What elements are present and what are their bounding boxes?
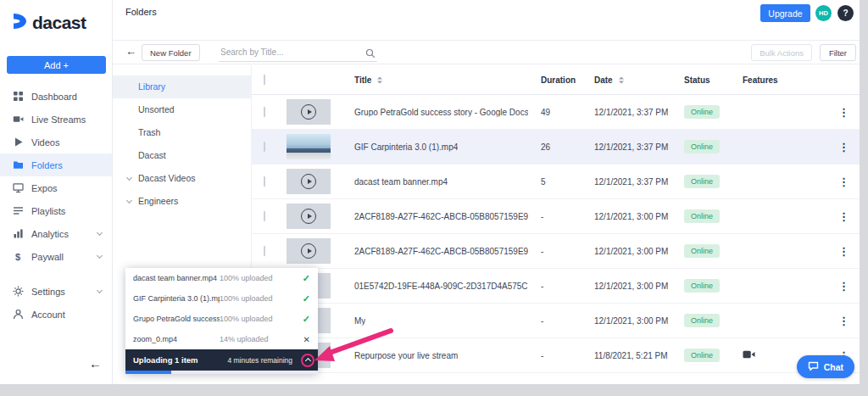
- sort-icon: [377, 76, 382, 83]
- row-menu-icon[interactable]: ⋮: [838, 245, 849, 258]
- video-title[interactable]: 2ACF8189-A27F-462C-ABCB-05B8057159E9 ...: [354, 247, 528, 256]
- row-checkbox[interactable]: [264, 246, 265, 257]
- new-folder-button[interactable]: New Folder: [142, 44, 200, 61]
- paywall-icon: $: [12, 252, 24, 262]
- status-badge: Online: [684, 209, 720, 223]
- column-label: Features: [743, 75, 778, 85]
- upload-item: zoom_0.mp4 14% uploaded ✕: [125, 329, 318, 349]
- upload-item: dacast team banner.mp4 100% uploaded ✓: [125, 268, 318, 288]
- sidebar-item-account[interactable]: Account: [0, 303, 112, 326]
- sidebar-item-settings[interactable]: Settings: [0, 280, 112, 303]
- analytics-icon: [12, 228, 24, 239]
- column-label: Date: [594, 75, 613, 85]
- upload-footer: Uploading 1 item 4 minutes remaining: [125, 349, 318, 371]
- chevron-down-icon: [97, 230, 103, 236]
- status-badge: Online: [684, 175, 720, 188]
- table-row: Grupo PetraGold success story - Google D…: [252, 95, 860, 130]
- column-header-title[interactable]: Title: [354, 75, 382, 85]
- row-menu-icon[interactable]: ⋮: [838, 106, 849, 119]
- video-title[interactable]: dacast team banner.mp4: [354, 177, 448, 187]
- screen: dacast Add + Dashboard Live Streams Vide…: [0, 0, 868, 396]
- live-streams-icon: [12, 114, 24, 125]
- sidebar-item-videos[interactable]: Videos: [0, 131, 112, 153]
- video-title[interactable]: Repurpose your live stream: [354, 351, 458, 360]
- row-checkbox[interactable]: [264, 211, 265, 222]
- tree-item-label: Library: [138, 81, 165, 92]
- row-menu-icon[interactable]: ⋮: [838, 210, 849, 223]
- playlists-icon: [12, 205, 24, 216]
- video-duration: -: [541, 351, 543, 360]
- video-title[interactable]: Grupo PetraGold success story - Google D…: [354, 108, 528, 117]
- select-all-checkbox[interactable]: [264, 75, 265, 86]
- help-icon[interactable]: ?: [837, 5, 854, 21]
- status-badge: Online: [684, 244, 720, 258]
- video-duration: 49: [541, 108, 550, 117]
- row-menu-icon[interactable]: ⋮: [838, 280, 849, 293]
- chevron-down-icon: [126, 175, 132, 181]
- row-menu-icon[interactable]: ⋮: [838, 315, 849, 327]
- table-row: dacast team banner.mp4 5 12/1/2021, 3:37…: [252, 165, 860, 199]
- chat-bubble-icon: [808, 361, 819, 373]
- video-title[interactable]: 01E5742D-19FE-448A-909C-2D317D4A575C (..…: [354, 282, 528, 291]
- tree-item-library[interactable]: Library: [113, 75, 251, 98]
- bulk-actions-button[interactable]: Bulk Actions: [751, 44, 812, 61]
- add-button[interactable]: Add +: [7, 56, 106, 74]
- app-window: dacast Add + Dashboard Live Streams Vide…: [0, 0, 860, 384]
- upload-progress-fill: [125, 371, 171, 374]
- avatar[interactable]: HD: [815, 5, 832, 21]
- video-duration: -: [541, 247, 543, 256]
- table-row: 2ACF8189-A27F-462C-ABCB-05B8057159E9 (..…: [252, 199, 860, 234]
- upload-item: Grupo PetraGold success sto... 100% uplo…: [125, 309, 318, 329]
- column-label: Status: [684, 75, 710, 85]
- row-checkbox[interactable]: [264, 107, 265, 118]
- sidebar-item-dashboard[interactable]: Dashboard: [0, 85, 112, 108]
- video-date: 12/1/2021, 3:00 PM: [594, 212, 668, 221]
- check-icon: ✓: [303, 293, 310, 304]
- sidebar-item-label: Paywall: [31, 252, 64, 262]
- row-checkbox[interactable]: [264, 176, 265, 187]
- video-thumbnail[interactable]: [287, 134, 331, 159]
- sidebar-item-playlists[interactable]: Playlists: [0, 199, 112, 222]
- sidebar-item-analytics[interactable]: Analytics: [0, 222, 112, 245]
- upload-progress-text: 14% uploaded: [220, 335, 287, 343]
- collapse-upload-panel-button[interactable]: [301, 354, 314, 367]
- tree-item-unsorted[interactable]: Unsorted: [113, 98, 251, 121]
- video-thumbnail[interactable]: [287, 204, 331, 229]
- video-thumbnail[interactable]: [287, 169, 331, 194]
- filter-button[interactable]: Filter: [820, 44, 856, 61]
- tree-item-engineers[interactable]: Engineers: [113, 190, 251, 213]
- tree-item-dacast[interactable]: Dacast: [113, 144, 251, 167]
- row-checkbox[interactable]: [264, 142, 265, 153]
- video-thumbnail[interactable]: [287, 99, 331, 125]
- upload-file-name: dacast team banner.mp4: [133, 274, 220, 282]
- upload-progress-bar: [125, 371, 318, 374]
- upload-file-name: zoom_0.mp4: [133, 335, 220, 343]
- sidebar-item-paywall[interactable]: $ Paywall: [0, 245, 112, 268]
- search-input[interactable]: [219, 43, 377, 62]
- video-title[interactable]: My: [354, 316, 365, 326]
- cancel-upload-icon[interactable]: ✕: [303, 335, 310, 344]
- folders-icon: [12, 159, 24, 170]
- account-person-icon: [12, 309, 24, 320]
- column-header-duration: Duration: [541, 75, 576, 85]
- upgrade-button[interactable]: Upgrade: [760, 4, 810, 22]
- back-arrow-icon[interactable]: ←: [125, 45, 136, 58]
- video-title[interactable]: GIF Carpinteria 3.0 (1).mp4: [354, 142, 458, 152]
- video-title[interactable]: 2ACF8189-A27F-462C-ABCB-05B8057159E9 (..…: [354, 212, 528, 221]
- status-badge: Online: [684, 279, 720, 293]
- collapse-sidebar-arrow[interactable]: ←: [89, 356, 102, 371]
- upload-status-text: Uploading 1 item: [133, 355, 198, 365]
- chat-button[interactable]: Chat: [797, 355, 854, 378]
- sidebar-item-live-streams[interactable]: Live Streams: [0, 108, 112, 131]
- tree-item-dacast-videos[interactable]: Dacast Videos: [113, 167, 251, 190]
- video-thumbnail[interactable]: [287, 238, 331, 264]
- row-menu-icon[interactable]: ⋮: [838, 176, 849, 188]
- row-menu-icon[interactable]: ⋮: [838, 141, 849, 153]
- column-label: Title: [354, 75, 371, 85]
- sidebar-item-expos[interactable]: Expos: [0, 176, 112, 199]
- tree-item-trash[interactable]: Trash: [113, 121, 251, 144]
- sidebar-item-folders[interactable]: Folders: [0, 153, 112, 176]
- column-header-date[interactable]: Date: [594, 75, 624, 85]
- status-badge: Online: [684, 314, 720, 327]
- check-icon: ✓: [303, 314, 310, 325]
